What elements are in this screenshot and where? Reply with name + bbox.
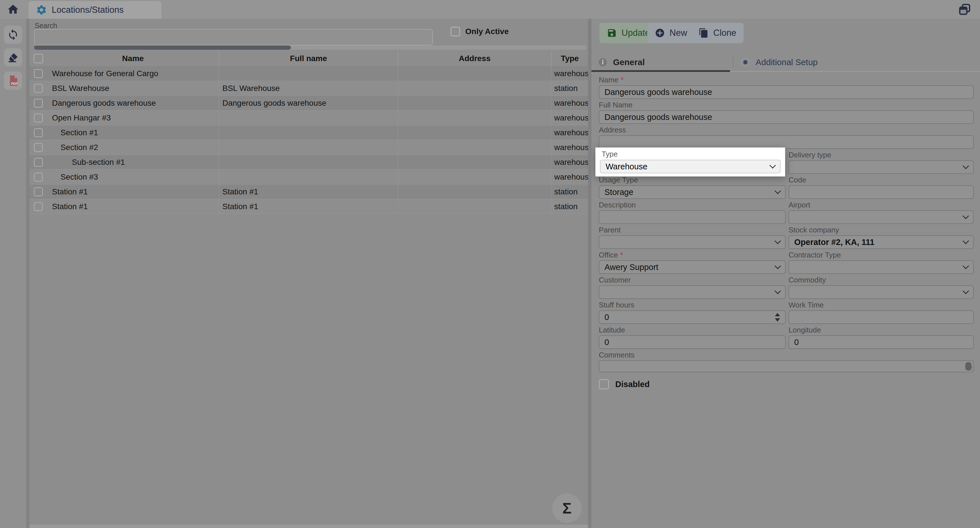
window-restore-button[interactable] <box>957 3 972 16</box>
description-input[interactable] <box>599 210 786 224</box>
table-row[interactable]: BSL Warehouse BSL Warehouse station <box>30 81 588 96</box>
table-row[interactable]: Section #2 warehouse <box>30 140 588 155</box>
row-checkbox[interactable] <box>34 172 43 182</box>
table-row[interactable]: Warehouse for General Cargo warehouse <box>30 66 588 81</box>
table-row[interactable]: Station #1 Station #1 station <box>30 184 588 199</box>
type-value: Warehouse <box>606 162 648 171</box>
table-row[interactable]: Station #1 Station #1 station <box>30 199 588 214</box>
stuff-hours-input[interactable]: 0 <box>599 310 786 324</box>
airport-select[interactable] <box>789 210 974 224</box>
table-row[interactable]: Sub-section #1 warehouse <box>30 155 588 170</box>
stepper-up-icon[interactable] <box>775 313 780 316</box>
cell-name: Open Hangar #3 <box>47 113 219 123</box>
bottom-strip <box>30 525 588 528</box>
clear-filters-button[interactable] <box>4 48 22 67</box>
resize-grip-icon[interactable] <box>967 365 972 370</box>
comments-field: Comments <box>599 351 974 372</box>
disabled-label: Disabled <box>615 380 650 389</box>
name-input[interactable]: Dangerous goods warehouse <box>599 85 974 99</box>
delivery-type-select[interactable] <box>789 160 974 174</box>
tab-locations-stations[interactable]: Locations/Stations <box>29 1 161 19</box>
full-name-input[interactable]: Dangerous goods warehouse <box>599 110 974 124</box>
sum-button[interactable]: Σ <box>552 493 582 523</box>
row-checkbox[interactable] <box>34 113 43 123</box>
address-input[interactable] <box>599 135 974 149</box>
tab-additional-setup[interactable]: Additional Setup <box>740 53 818 71</box>
cell-address <box>398 184 551 199</box>
column-header-address[interactable]: Address <box>398 51 551 66</box>
type-field-spotlight: Type Warehouse <box>595 147 785 177</box>
work-time-input[interactable] <box>789 310 974 324</box>
cell-full-name: Station #1 <box>219 199 398 214</box>
type-select[interactable]: Warehouse <box>600 160 781 173</box>
row-checkbox-cell <box>30 202 47 211</box>
select-all-checkbox[interactable] <box>33 54 43 63</box>
home-button[interactable] <box>5 2 21 17</box>
only-active-checkbox[interactable] <box>450 27 460 37</box>
panel-divider[interactable] <box>588 19 592 528</box>
code-input[interactable] <box>789 185 974 199</box>
column-header-name[interactable]: Name <box>47 54 219 63</box>
save-icon <box>607 28 617 38</box>
horizontal-scrollbar[interactable] <box>34 45 587 50</box>
customer-select[interactable] <box>599 285 786 299</box>
latitude-input[interactable]: 0 <box>599 335 786 349</box>
chevron-down-icon <box>963 238 969 244</box>
disabled-toggle[interactable]: Disabled <box>599 379 650 389</box>
table-row[interactable]: Section #1 warehouse <box>30 125 588 140</box>
cell-type: station <box>551 81 588 96</box>
commodity-label: Commodity <box>789 276 974 284</box>
row-checkbox[interactable] <box>34 128 43 137</box>
airport-label: Airport <box>789 201 974 209</box>
only-active-toggle[interactable]: Only Active <box>450 27 509 37</box>
horizontal-scrollbar-thumb[interactable] <box>34 45 291 50</box>
longitude-input[interactable]: 0 <box>789 335 974 349</box>
row-checkbox[interactable] <box>34 69 43 78</box>
new-button[interactable]: New <box>648 23 695 43</box>
app-root: { "topbar": { "tab_title": "Locations/St… <box>0 0 980 528</box>
stepper-down-icon[interactable] <box>775 318 780 322</box>
row-checkbox[interactable] <box>34 187 43 196</box>
cell-full-name <box>219 170 398 184</box>
column-header-type[interactable]: Type <box>551 51 588 66</box>
cell-full-name <box>219 140 398 155</box>
disabled-checkbox[interactable] <box>599 379 609 389</box>
row-checkbox[interactable] <box>34 158 43 167</box>
cell-address <box>398 96 551 110</box>
refresh-button[interactable] <box>4 26 22 44</box>
parent-label: Parent <box>599 226 786 234</box>
chevron-down-icon <box>963 288 969 294</box>
commodity-field: Commodity <box>789 276 974 299</box>
required-asterisk: * <box>620 76 624 84</box>
row-checkbox[interactable] <box>34 202 43 211</box>
detail-panel: Update New Clone General <box>592 19 980 528</box>
stock-company-select[interactable]: Operator #2, KA, 111 <box>789 235 974 249</box>
row-checkbox[interactable] <box>34 99 43 108</box>
address-field: Address <box>599 126 974 149</box>
usage-type-select[interactable]: Storage <box>599 185 786 199</box>
row-checkbox-cell <box>30 172 47 182</box>
chevron-down-icon <box>963 163 969 169</box>
column-header-full-name[interactable]: Full name <box>219 51 398 66</box>
usage-type-label: Usage Type <box>599 175 786 184</box>
contractor-type-label: Contractor Type <box>789 250 974 259</box>
table-row[interactable]: Dangerous goods warehouse Dangerous good… <box>30 96 588 110</box>
cell-full-name: Station #1 <box>219 184 398 199</box>
contractor-type-select[interactable] <box>789 260 974 274</box>
export-pdf-button[interactable]: PDF <box>4 72 22 90</box>
delivery-type-label: Delivery type <box>789 151 974 159</box>
longitude-field: Longitude 0 <box>789 325 974 349</box>
comments-textarea[interactable] <box>599 361 974 372</box>
row-checkbox[interactable] <box>34 84 43 93</box>
table-row[interactable]: Section #3 warehouse <box>30 170 588 184</box>
number-stepper[interactable] <box>775 313 780 322</box>
customer-label: Customer <box>599 276 786 284</box>
office-select[interactable]: Awery Support <box>599 260 786 274</box>
row-checkbox[interactable] <box>34 143 43 152</box>
tab-general[interactable]: General <box>598 53 645 71</box>
table-row[interactable]: Open Hangar #3 warehouse <box>30 110 588 125</box>
commodity-select[interactable] <box>789 285 974 299</box>
clone-button[interactable]: Clone <box>691 23 744 43</box>
search-input[interactable] <box>34 29 433 45</box>
parent-select[interactable] <box>599 235 786 249</box>
